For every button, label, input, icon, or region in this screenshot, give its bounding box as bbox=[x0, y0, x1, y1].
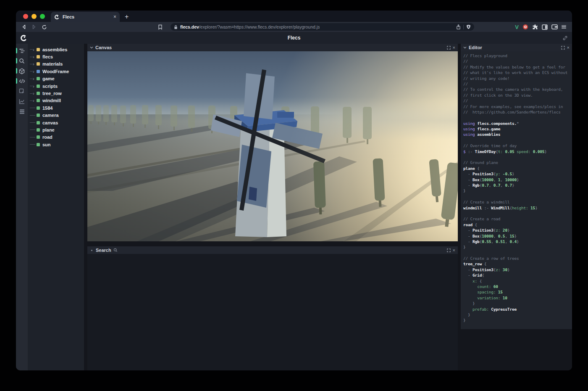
tree-item[interactable]: canvas bbox=[28, 119, 84, 126]
wallet-icon[interactable] bbox=[551, 24, 558, 29]
tree-guide-line bbox=[30, 79, 33, 79]
activity-inspect-button[interactable] bbox=[16, 86, 28, 96]
vue-devtools-icon[interactable]: V bbox=[515, 24, 519, 30]
code-line: // bbox=[463, 98, 572, 104]
menu-icon[interactable] bbox=[562, 25, 566, 29]
code-line: - Grid{ bbox=[463, 273, 572, 278]
code-line: // https://github.com/SanderMertens/flec… bbox=[463, 110, 572, 115]
chevron-down-icon[interactable] bbox=[90, 46, 93, 49]
page-title: Flecs bbox=[16, 35, 572, 41]
fullscreen-icon[interactable] bbox=[447, 248, 451, 252]
chevron-down-icon[interactable] bbox=[463, 46, 467, 49]
url-bar[interactable]: flecs.dev/explorer/?wasm=https://www.fle… bbox=[171, 23, 474, 31]
activity-canvas-button[interactable] bbox=[16, 66, 28, 76]
search-panel-body[interactable] bbox=[87, 254, 458, 370]
expand-caret-icon[interactable]: › bbox=[33, 91, 35, 95]
activity-query-button[interactable] bbox=[16, 56, 28, 66]
tree-item-label: plane bbox=[42, 127, 55, 132]
activity-stats-button[interactable] bbox=[16, 96, 28, 106]
tree-item-label: sun bbox=[42, 142, 51, 147]
close-icon[interactable]: × bbox=[567, 45, 570, 50]
code-line: - Position3{z: 20} bbox=[463, 228, 572, 233]
bookmarks-button[interactable] bbox=[156, 23, 164, 31]
tree-item[interactable]: ›game bbox=[28, 75, 84, 82]
code-line: } bbox=[463, 245, 572, 250]
tree-item[interactable]: plane bbox=[28, 126, 84, 133]
url-domain: flecs.dev bbox=[180, 24, 199, 29]
tree-item[interactable]: ›materials bbox=[28, 61, 84, 68]
inspect-icon bbox=[19, 88, 25, 94]
tree-item[interactable]: ›assemblies bbox=[28, 46, 84, 53]
code-line: - Rgb{0.7, 0.7, 0.7} bbox=[463, 183, 572, 188]
red-extension-icon[interactable] bbox=[522, 24, 528, 30]
share-icon[interactable] bbox=[456, 24, 461, 29]
entity-type-square bbox=[37, 143, 40, 146]
expand-caret-icon[interactable]: › bbox=[33, 84, 35, 88]
code-line: // Ground plane bbox=[463, 160, 572, 166]
tree-item-label: 1584 bbox=[42, 106, 52, 111]
reload-button[interactable] bbox=[40, 23, 48, 31]
back-button[interactable] bbox=[20, 23, 28, 31]
editor-code[interactable]: // Flecs playground//// Modify the value… bbox=[461, 51, 572, 329]
code-line: using flecs.game bbox=[463, 127, 572, 132]
extensions-puzzle-icon[interactable] bbox=[532, 24, 538, 30]
rows-icon bbox=[19, 109, 25, 114]
new-tab-button[interactable]: + bbox=[125, 13, 129, 21]
code-line: - Box{10000, 0.5, 15} bbox=[463, 234, 572, 239]
extension-icons: V bbox=[515, 24, 568, 30]
zoom-window-button[interactable] bbox=[40, 14, 45, 19]
flecs-explorer-app: Flecs bbox=[16, 32, 572, 370]
code-line: } bbox=[463, 301, 572, 306]
tree-item[interactable]: ›tree_row bbox=[28, 90, 84, 97]
code-line bbox=[463, 115, 572, 121]
expand-caret-icon[interactable]: › bbox=[33, 98, 35, 103]
bookmark-icon bbox=[158, 24, 163, 30]
url-path: /explorer/?wasm=https://www.flecs.dev/ex… bbox=[199, 24, 320, 29]
minimize-window-button[interactable] bbox=[32, 14, 37, 19]
tree-item[interactable]: camera bbox=[28, 112, 84, 119]
canvas-3d-viewport[interactable] bbox=[87, 51, 458, 241]
panel-bullet-icon[interactable] bbox=[91, 250, 92, 251]
brave-shield-icon[interactable] bbox=[466, 24, 471, 29]
tree-guide-line bbox=[30, 86, 33, 86]
close-icon[interactable]: × bbox=[453, 248, 455, 253]
tree-item[interactable]: 1584 bbox=[28, 104, 84, 111]
sidebar-toggle-icon[interactable] bbox=[542, 24, 548, 30]
tree-item-label: scripts bbox=[42, 84, 58, 89]
canvas-panel: Canvas × bbox=[87, 44, 458, 241]
fullscreen-icon[interactable] bbox=[447, 46, 451, 50]
expand-caret-icon[interactable]: › bbox=[33, 48, 35, 52]
canvas-panel-header: Canvas × bbox=[87, 44, 458, 51]
code-line: // Flecs playground bbox=[463, 53, 572, 59]
activity-editor-button[interactable] bbox=[16, 76, 28, 86]
back-icon bbox=[21, 24, 26, 29]
expand-caret-icon[interactable]: › bbox=[33, 62, 35, 66]
code-line: // Create a road bbox=[463, 217, 572, 222]
activity-logs-button[interactable] bbox=[16, 106, 28, 116]
activity-entities-button[interactable] bbox=[16, 46, 28, 56]
app-header: Flecs bbox=[16, 32, 572, 44]
activity-bar bbox=[16, 44, 28, 370]
tree-guide-line bbox=[30, 137, 35, 137]
tree-item[interactable]: road bbox=[28, 134, 84, 141]
expand-caret-icon[interactable]: › bbox=[33, 69, 35, 74]
tree-item[interactable]: ›scripts bbox=[28, 82, 84, 90]
forward-button[interactable] bbox=[30, 23, 38, 31]
close-icon[interactable]: × bbox=[453, 45, 455, 50]
fullscreen-icon[interactable] bbox=[561, 46, 565, 50]
browser-tab[interactable]: Flecs × bbox=[51, 12, 120, 22]
editor-panel: Editor × // Flecs playground//// Modify … bbox=[461, 44, 572, 329]
tree-item[interactable]: sun bbox=[28, 141, 84, 148]
expand-caret-icon[interactable]: › bbox=[33, 77, 35, 81]
tree-item[interactable]: ›flecs bbox=[28, 53, 84, 60]
tree-item[interactable]: ›WoodFrame bbox=[28, 68, 84, 75]
search-panel: Search × bbox=[87, 246, 458, 370]
code-line bbox=[463, 194, 572, 200]
tree-item[interactable]: ›windmill bbox=[28, 97, 84, 104]
forward-icon bbox=[32, 24, 37, 29]
expand-caret-icon[interactable]: › bbox=[33, 55, 35, 59]
search-panel-header: Search × bbox=[87, 246, 458, 254]
close-window-button[interactable] bbox=[23, 14, 28, 19]
tab-close-icon[interactable]: × bbox=[113, 14, 116, 20]
url-text: flecs.dev/explorer/?wasm=https://www.fle… bbox=[180, 24, 320, 29]
